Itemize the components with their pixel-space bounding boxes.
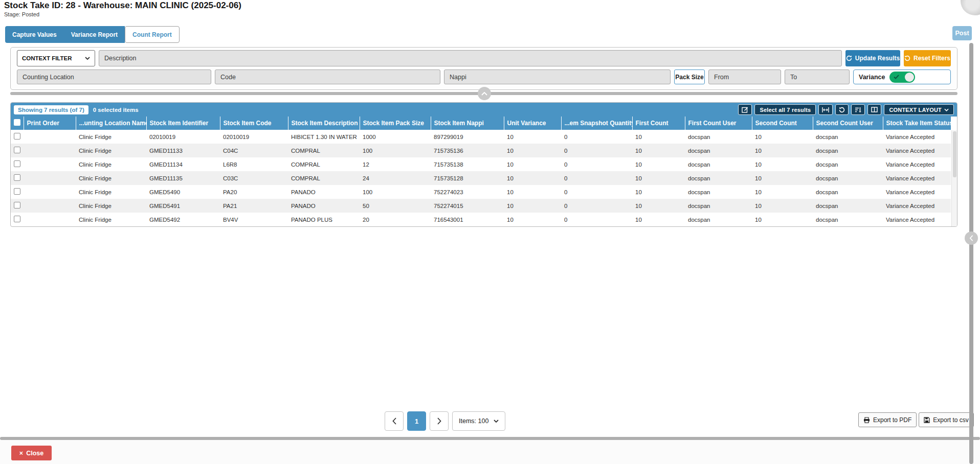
- table-row: Clinic Fridge0201001902010019HIBICET 1.3…: [11, 130, 951, 144]
- table-header-row: Print Order...unting Location NameStock …: [11, 117, 951, 130]
- context-filter-select[interactable]: CONTEXT FILTER: [17, 50, 95, 66]
- column-header[interactable]: Second Count: [752, 117, 813, 130]
- sort-descending-icon: [855, 107, 861, 113]
- context-layout-button[interactable]: CONTEXT LAYOUT: [884, 104, 954, 115]
- previous-page-button[interactable]: [385, 411, 404, 431]
- row-checkbox[interactable]: [14, 147, 20, 153]
- column-header[interactable]: Stock Item Identifier: [146, 117, 220, 130]
- table-cell: Clinic Fridge: [76, 185, 146, 199]
- next-page-button[interactable]: [430, 411, 449, 431]
- tab-capture-values[interactable]: Capture Values: [5, 26, 64, 43]
- table-row: Clinic FridgeGMED5491PA21PANADO507522740…: [11, 199, 951, 213]
- select-all-button[interactable]: Select all 7 results: [754, 104, 816, 115]
- row-checkbox[interactable]: [14, 202, 20, 208]
- checkmark-icon: [894, 75, 899, 79]
- table-cell: [24, 157, 76, 171]
- column-header[interactable]: Stock Take Item Status: [883, 117, 951, 130]
- column-header[interactable]: Stock Item Nappi: [431, 117, 504, 130]
- export-csv-button[interactable]: Export to csv: [919, 412, 973, 427]
- chevron-down-icon: [85, 57, 90, 60]
- table-cell: 715735136: [431, 144, 504, 157]
- table-cell: 100: [360, 185, 431, 199]
- table-cell: Variance Accepted: [883, 144, 951, 157]
- chevron-down-icon: [944, 108, 949, 111]
- tab-count-report[interactable]: Count Report: [125, 26, 180, 43]
- table-row: Clinic FridgeGMED5490PA20PANADO100752274…: [11, 185, 951, 199]
- table-cell: Variance Accepted: [883, 130, 951, 144]
- chevron-left-icon: [969, 235, 973, 241]
- table-cell: 10: [504, 130, 561, 144]
- items-per-page-select[interactable]: Items: 100: [452, 411, 505, 431]
- pack-size-to-input[interactable]: [785, 69, 850, 84]
- table-cell: [24, 185, 76, 199]
- reload-button[interactable]: [835, 104, 849, 115]
- fit-columns-button[interactable]: [818, 104, 833, 115]
- column-header[interactable]: ...em Snapshot Quantity: [561, 117, 632, 130]
- page-number-button[interactable]: 1: [407, 411, 426, 431]
- counting-location-input[interactable]: [17, 69, 211, 84]
- header-checkbox[interactable]: [14, 119, 20, 126]
- table-cell: 10: [632, 157, 685, 171]
- side-panel-handle[interactable]: [965, 231, 978, 245]
- row-checkbox[interactable]: [14, 133, 20, 140]
- column-header[interactable]: Stock Item Description: [288, 117, 360, 130]
- table-cell: Clinic Fridge: [76, 144, 146, 157]
- table-scrollbar[interactable]: [951, 130, 957, 226]
- column-header[interactable]: Second Count User: [813, 117, 883, 130]
- table-cell: docspan: [813, 130, 883, 144]
- variance-toggle[interactable]: [889, 72, 915, 83]
- post-button[interactable]: Post: [952, 26, 972, 40]
- table-cell: PA20: [220, 185, 288, 199]
- results-panel: Showing 7 results (of 7) 0 selected item…: [10, 102, 957, 227]
- table-cell: 10: [752, 130, 813, 144]
- corner-widget[interactable]: [961, 0, 980, 15]
- columns-button[interactable]: [867, 104, 881, 115]
- vertical-scrollbar[interactable]: [969, 43, 973, 464]
- table-cell: 20: [360, 213, 431, 226]
- table-cell: Variance Accepted: [883, 213, 951, 226]
- tab-variance-report[interactable]: Variance Report: [64, 26, 125, 43]
- code-input[interactable]: [215, 69, 440, 84]
- table-cell: docspan: [813, 157, 883, 171]
- sort-button[interactable]: [851, 104, 865, 115]
- table-cell: docspan: [685, 157, 752, 171]
- table-cell: 10: [632, 213, 685, 226]
- column-header[interactable]: Stock Item Code: [220, 117, 288, 130]
- table-cell: docspan: [685, 171, 752, 185]
- column-header[interactable]: Print Order: [24, 117, 76, 130]
- row-checkbox[interactable]: [14, 216, 20, 222]
- table-cell: 715735138: [431, 157, 504, 171]
- table-cell: docspan: [685, 144, 752, 157]
- undo-icon: [839, 107, 845, 113]
- column-header[interactable]: Stock Item Pack Size: [360, 117, 431, 130]
- grid-toolbar: Showing 7 results (of 7) 0 selected item…: [11, 103, 957, 117]
- row-checkbox[interactable]: [14, 160, 20, 167]
- table-cell: C04C: [220, 144, 288, 157]
- page-title: Stock Take ID: 28 - Warehouse: MAIN CLIN…: [4, 1, 241, 11]
- update-results-button[interactable]: Update Results: [845, 50, 900, 66]
- edit-button[interactable]: [738, 104, 752, 115]
- row-checkbox[interactable]: [14, 174, 20, 181]
- table-cell: 10: [504, 157, 561, 171]
- column-header[interactable]: ...unting Location Name: [76, 117, 146, 130]
- description-input[interactable]: [99, 50, 842, 66]
- table-cell: 10: [752, 157, 813, 171]
- table-cell: Clinic Fridge: [76, 199, 146, 213]
- column-header[interactable]: First Count: [632, 117, 685, 130]
- table-cell: Clinic Fridge: [76, 171, 146, 185]
- table-cell: 100: [360, 144, 431, 157]
- table-cell: 10: [752, 185, 813, 199]
- table-cell: docspan: [685, 199, 752, 213]
- reset-filters-button[interactable]: Reset Filters: [904, 50, 951, 66]
- table-cell: Variance Accepted: [883, 157, 951, 171]
- chevron-up-icon[interactable]: [478, 87, 491, 100]
- table-cell: docspan: [813, 171, 883, 185]
- nappi-input[interactable]: [444, 69, 671, 84]
- export-pdf-button[interactable]: Export to PDF: [858, 412, 917, 427]
- close-button[interactable]: × Close: [11, 446, 52, 460]
- column-header[interactable]: Unit Variance: [504, 117, 561, 130]
- table-cell: docspan: [685, 130, 752, 144]
- pack-size-from-input[interactable]: [708, 69, 781, 84]
- row-checkbox[interactable]: [14, 188, 20, 195]
- column-header[interactable]: First Count User: [685, 117, 752, 130]
